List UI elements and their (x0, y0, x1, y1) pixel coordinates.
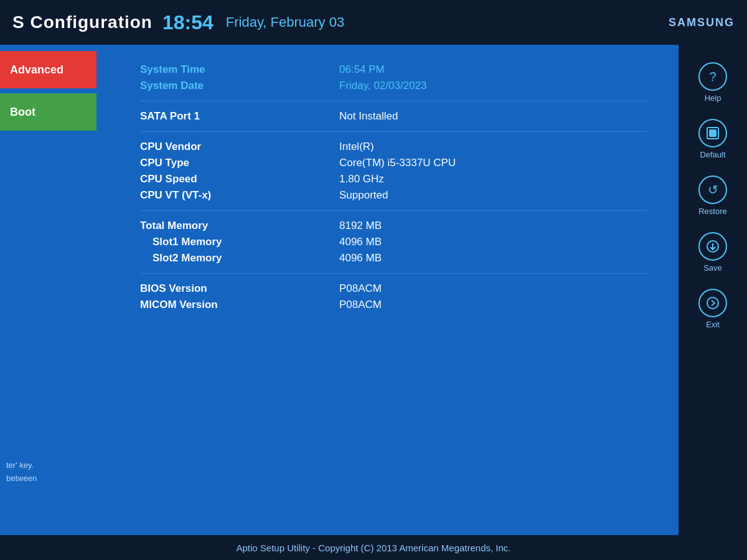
svg-point-4 (707, 297, 718, 309)
footer: Aptio Setup Utility - Copyright (C) 2013… (0, 535, 747, 560)
row-cpu-vendor: CPU Vendor Intel(R) (140, 141, 647, 153)
restore-label: Restore (698, 207, 727, 216)
exit-button[interactable]: Exit (687, 284, 740, 334)
exit-icon (698, 289, 727, 317)
label-bios-version: BIOS Version (140, 282, 339, 295)
default-button[interactable]: Default (687, 114, 740, 164)
label-system-time: System Time (140, 63, 339, 76)
label-slot1-memory: Slot1 Memory (140, 236, 339, 248)
default-label: Default (700, 150, 725, 159)
label-cpu-type: CPU Type (140, 157, 339, 169)
right-panel: ? Help Default ↺ Restore (679, 45, 747, 560)
help-label: Help (705, 93, 721, 103)
divider-1 (140, 101, 647, 101)
content-area: System Time 06:54 PM System Date Friday,… (109, 45, 679, 560)
info-table: System Time 06:54 PM System Date Friday,… (140, 63, 647, 311)
value-slot1-memory: 4096 MB (339, 236, 382, 248)
label-cpu-speed: CPU Speed (140, 173, 339, 185)
row-cpu-type: CPU Type Core(TM) i5-3337U CPU (140, 157, 647, 169)
sidebar-item-boot[interactable]: Boot (0, 93, 96, 131)
value-cpu-type: Core(TM) i5-3337U CPU (339, 157, 456, 169)
restore-button[interactable]: ↺ Restore (687, 170, 740, 221)
samsung-logo: SAMSUNG (669, 16, 735, 29)
default-icon (698, 119, 727, 147)
footer-text: Aptio Setup Utility - Copyright (C) 2013… (236, 543, 510, 553)
row-micom-version: MICOM Version P08ACM (140, 299, 647, 311)
label-micom-version: MICOM Version (140, 299, 339, 311)
hint-line2: between (6, 472, 37, 485)
row-cpu-vt: CPU VT (VT-x) Supported (140, 189, 647, 202)
value-bios-version: P08ACM (339, 282, 382, 295)
sidebar: Advanced Boot ter' key. between (0, 45, 109, 560)
row-system-date: System Date Friday, 02/03/2023 (140, 80, 647, 92)
help-button[interactable]: ? Help (687, 57, 740, 108)
value-cpu-vendor: Intel(R) (339, 141, 374, 153)
value-cpu-speed: 1.80 GHz (339, 173, 384, 185)
header-time: 18:54 (162, 11, 214, 34)
exit-label: Exit (706, 320, 720, 329)
value-cpu-vt: Supported (339, 189, 388, 202)
value-sata-port1: Not Installed (339, 110, 398, 123)
row-sata-port1: SATA Port 1 Not Installed (140, 110, 647, 123)
row-slot1-memory: Slot1 Memory 4096 MB (140, 236, 647, 248)
label-slot2-memory: Slot2 Memory (140, 252, 339, 264)
value-total-memory: 8192 MB (339, 220, 382, 232)
row-cpu-speed: CPU Speed 1.80 GHz (140, 173, 647, 185)
hint-line1: ter' key. (6, 459, 37, 472)
label-sata-port1: SATA Port 1 (140, 110, 339, 123)
header-date: Friday, February 03 (226, 14, 344, 30)
sidebar-item-label-boot: Boot (10, 106, 35, 119)
row-system-time: System Time 06:54 PM (140, 63, 647, 76)
row-bios-version: BIOS Version P08ACM (140, 282, 647, 295)
header-title: S Configuration (12, 12, 153, 32)
value-micom-version: P08ACM (339, 299, 382, 311)
divider-2 (140, 131, 647, 132)
save-button[interactable]: Save (687, 227, 740, 278)
restore-icon: ↺ (698, 175, 727, 204)
sidebar-hint: ter' key. between (0, 459, 43, 485)
row-slot2-memory: Slot2 Memory 4096 MB (140, 252, 647, 264)
divider-3 (140, 210, 647, 211)
divider-4 (140, 273, 647, 274)
value-system-time: 06:54 PM (339, 63, 385, 76)
sidebar-item-label-advanced: Advanced (10, 63, 63, 77)
sidebar-item-advanced[interactable]: Advanced (0, 51, 96, 88)
label-cpu-vt: CPU VT (VT-x) (140, 189, 339, 202)
label-total-memory: Total Memory (140, 220, 339, 232)
value-system-date: Friday, 02/03/2023 (339, 80, 427, 92)
save-icon (698, 232, 727, 261)
row-total-memory: Total Memory 8192 MB (140, 220, 647, 232)
header: S Configuration 18:54 Friday, February 0… (0, 0, 747, 45)
help-icon: ? (698, 62, 727, 91)
main-layout: Advanced Boot ter' key. between System T… (0, 45, 747, 560)
svg-rect-1 (710, 130, 716, 136)
value-slot2-memory: 4096 MB (339, 252, 382, 264)
label-cpu-vendor: CPU Vendor (140, 141, 339, 153)
label-system-date: System Date (140, 80, 339, 92)
save-label: Save (703, 263, 722, 273)
